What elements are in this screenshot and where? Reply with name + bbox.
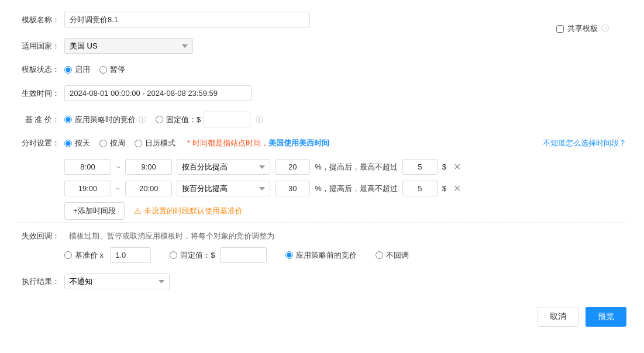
fallback-strategy-label: 应用策略前的竞价: [296, 250, 357, 261]
effective-time-row: 生效时间：: [18, 85, 626, 101]
share-template-label: 共享模板: [567, 23, 598, 34]
exec-label: 执行结果：: [18, 276, 60, 287]
slot1-start-input[interactable]: [64, 159, 111, 175]
slot1-tilde: ~: [116, 162, 120, 172]
status-enable-label: 启用: [75, 64, 90, 75]
status-label: 模板状态：: [18, 64, 60, 75]
help-link[interactable]: 不知道怎么选择时间段？: [543, 138, 626, 148]
warn-icon: ⚠: [134, 206, 142, 216]
base-price-radio-group: 应用策略时的竞价 ⓘ 固定值：$ ⓘ: [64, 112, 263, 127]
time-by-day-radio[interactable]: 按天: [64, 138, 90, 148]
time-slot-row-2: ~ 按百分比提高 按百分比降低 固定值提高 固定值降低 %，提高后，最高不超过 …: [64, 181, 626, 196]
slot1-delete-button[interactable]: ✕: [451, 160, 463, 174]
warn-text-label: 未设置的时段默认使用基准价: [144, 206, 243, 216]
base-price-fixed-info-icon[interactable]: ⓘ: [256, 115, 263, 125]
time-setting-label: 分时设置：: [18, 138, 60, 148]
template-name-input[interactable]: [64, 12, 310, 27]
slot1-percent-suffix: %，提高后，最高不超过: [315, 162, 398, 172]
status-row: 模板状态： 启用 暂停: [18, 64, 626, 75]
slot1-max-input[interactable]: [402, 159, 438, 175]
fallback-no-radio[interactable]: 不回调: [376, 250, 409, 261]
slot2-percent-suffix: %，提高后，最高不超过: [315, 184, 398, 194]
base-price-row: 基 准 价： 应用策略时的竞价 ⓘ 固定值：$ ⓘ: [18, 112, 626, 127]
share-info-icon[interactable]: ⓘ: [601, 23, 609, 34]
slot2-max-input[interactable]: [402, 181, 438, 196]
time-by-calendar-label: 日历模式: [145, 138, 175, 148]
base-price-info-icon[interactable]: ⓘ: [139, 115, 146, 125]
share-template-area: 共享模板 ⓘ: [556, 23, 609, 34]
exec-select[interactable]: 不通知 通知: [64, 274, 170, 289]
slot2-start-input[interactable]: [64, 181, 111, 196]
status-enable-radio[interactable]: 启用: [64, 64, 90, 75]
time-by-week-label: 按周: [110, 138, 125, 148]
time-slots-container: ~ 按百分比提高 按百分比降低 固定值提高 固定值降低 %，提高后，最高不超过 …: [64, 159, 626, 220]
effective-time-input[interactable]: [64, 85, 252, 101]
fallback-label: 失效回调：: [18, 231, 60, 241]
add-slot-area: +添加时间段 ⚠ 未设置的时段默认使用基准价: [64, 202, 626, 220]
country-label: 适用国家：: [18, 41, 60, 51]
status-pause-radio[interactable]: 暂停: [99, 64, 125, 75]
time-mode-group: 按天 按周 日历模式: [64, 138, 175, 148]
add-slot-button[interactable]: +添加时间段: [64, 202, 125, 220]
time-setting-row: 分时设置： 按天 按周 日历模式 * 时间都是指站点时间，美国使用美西时间 不知…: [18, 138, 626, 148]
template-name-label: 模板名称：: [18, 15, 60, 25]
template-name-row: 模板名称：: [18, 12, 626, 27]
time-by-calendar-radio[interactable]: 日历模式: [135, 138, 175, 148]
slot1-percent-input[interactable]: [275, 159, 310, 175]
country-select[interactable]: 美国 US: [64, 38, 193, 54]
base-price-fixed-label: 固定值：$: [166, 115, 201, 125]
warn-area: ⚠ 未设置的时段默认使用基准价: [134, 206, 243, 216]
fallback-label-row: 失效回调： 模板过期、暂停或取消应用模板时，将每个对象的竞价调整为: [18, 231, 626, 241]
fallback-section: 失效回调： 模板过期、暂停或取消应用模板时，将每个对象的竞价调整为 基准价 x …: [18, 222, 626, 263]
effective-time-label: 生效时间：: [18, 88, 60, 99]
share-template-checkbox[interactable]: [556, 25, 564, 33]
slot2-percent-input[interactable]: [275, 181, 310, 196]
slot1-end-input[interactable]: [125, 159, 172, 175]
cancel-button[interactable]: 取消: [538, 307, 578, 327]
time-note: * 时间都是指站点时间，美国使用美西时间: [187, 138, 329, 148]
fallback-base-label: 基准价 x: [75, 250, 104, 261]
base-price-fixed-input[interactable]: [204, 112, 250, 127]
time-by-week-radio[interactable]: 按周: [99, 138, 125, 148]
fallback-desc: 模板过期、暂停或取消应用模板时，将每个对象的竞价调整为: [69, 231, 274, 241]
country-row: 适用国家： 美国 US: [18, 38, 626, 54]
slot2-tilde: ~: [116, 184, 120, 193]
time-slot-row-1: ~ 按百分比提高 按百分比降低 固定值提高 固定值降低 %，提高后，最高不超过 …: [64, 159, 626, 175]
footer-buttons: 取消 预览: [18, 307, 626, 327]
fallback-base-radio[interactable]: 基准价 x: [64, 247, 151, 263]
base-price-strategy-radio[interactable]: 应用策略时的竞价 ⓘ: [64, 115, 146, 125]
base-price-strategy-label: 应用策略时的竞价: [75, 115, 136, 125]
fallback-fixed-radio[interactable]: 固定值：$: [170, 247, 267, 263]
time-by-day-label: 按天: [75, 138, 90, 148]
fallback-options-row: 基准价 x 固定值：$ 应用策略前的竞价 不回调: [64, 247, 626, 263]
exec-result-row: 执行结果： 不通知 通知: [18, 274, 626, 289]
fallback-radio-group: 基准价 x 固定值：$ 应用策略前的竞价 不回调: [64, 247, 409, 263]
fallback-fixed-label: 固定值：$: [180, 250, 215, 261]
fallback-strategy-radio[interactable]: 应用策略前的竞价: [285, 250, 357, 261]
slot2-strategy-select[interactable]: 按百分比提高 按百分比降低 固定值提高 固定值降低: [177, 181, 270, 196]
slot1-strategy-select[interactable]: 按百分比提高 按百分比降低 固定值提高 固定值降低: [177, 159, 270, 175]
status-radio-group: 启用 暂停: [64, 64, 125, 75]
preview-button[interactable]: 预览: [586, 307, 626, 327]
slot2-end-input[interactable]: [125, 181, 172, 196]
slot2-dollar: $: [442, 184, 446, 193]
fallback-fixed-input[interactable]: [220, 247, 267, 263]
base-price-label: 基 准 价：: [18, 115, 60, 125]
base-price-fixed-radio[interactable]: 固定值：$ ⓘ: [156, 112, 263, 127]
fallback-no-label: 不回调: [386, 250, 409, 261]
slot1-dollar: $: [442, 162, 446, 171]
fallback-multiplier-input[interactable]: [110, 247, 151, 263]
status-pause-label: 暂停: [110, 64, 125, 75]
slot2-delete-button[interactable]: ✕: [451, 182, 463, 195]
